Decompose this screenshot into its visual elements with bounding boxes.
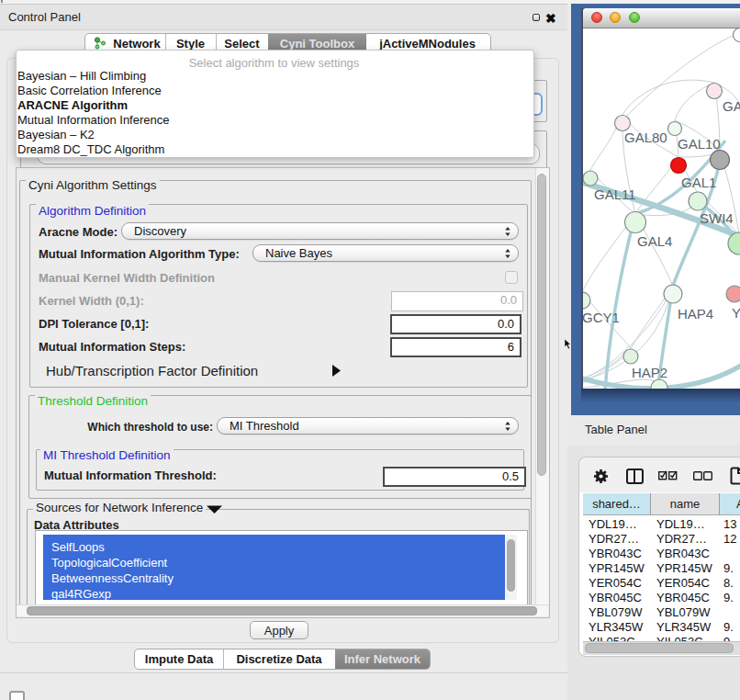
svg-text:GAL10: GAL10 [678, 136, 721, 152]
svg-text:GAL4: GAL4 [637, 233, 672, 249]
svg-text:GAL: GAL [723, 98, 740, 114]
svg-text:SWI4: SWI4 [700, 210, 734, 226]
svg-text:GAL11: GAL11 [594, 186, 636, 202]
svg-text:GCY1: GCY1 [583, 310, 620, 325]
svg-text:GAL1: GAL1 [681, 175, 716, 190]
svg-text:Y: Y [732, 305, 740, 321]
svg-text:HAP2: HAP2 [632, 365, 667, 380]
svg-text:HAP4: HAP4 [678, 306, 713, 322]
svg-text:GAL80: GAL80 [624, 130, 667, 145]
